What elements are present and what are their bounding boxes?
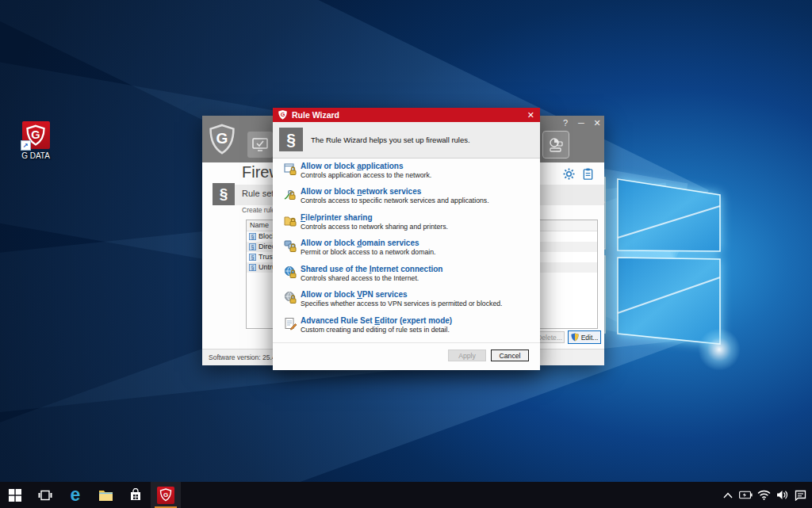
app-window-lock-icon <box>284 162 297 179</box>
wifi-icon[interactable] <box>757 488 771 502</box>
start-button[interactable] <box>0 482 30 508</box>
globe-lock-icon <box>284 265 297 282</box>
system-tray <box>721 482 812 508</box>
wizard-option-domain-services[interactable]: Allow or block domain services Permit or… <box>273 239 540 262</box>
task-view-button[interactable] <box>30 482 60 508</box>
dialog-title: Rule Wizard <box>292 110 339 120</box>
screen: G ↗ G DATA G <box>0 0 812 508</box>
gdata-logo-icon: G <box>209 123 236 156</box>
option-link[interactable]: Allow or block applications <box>301 162 403 170</box>
rule-set-icon: § <box>249 254 256 261</box>
rule-wizard-dialog: G Rule Wizard ✕ § The Rule Wizard helps … <box>273 108 540 370</box>
uac-shield-icon <box>571 333 579 342</box>
wizard-intro: § The Rule Wizard helps you set up firew… <box>273 122 540 159</box>
gdata-taskbar-button[interactable]: G <box>151 482 181 508</box>
file-explorer-taskbar-button[interactable] <box>90 482 121 508</box>
svg-text:§: § <box>251 254 255 261</box>
svg-text:G: G <box>281 111 285 118</box>
dialog-footer: Apply Cancel <box>273 342 540 370</box>
option-link[interactable]: File/printer sharing <box>301 213 373 222</box>
apply-button[interactable]: Apply <box>448 349 486 361</box>
wizard-option-network-services[interactable]: Allow or block network services Controls… <box>273 187 540 211</box>
windows-start-icon <box>9 489 21 502</box>
svg-text:§: § <box>251 233 255 240</box>
minimize-button[interactable]: ─ <box>576 118 587 128</box>
gdata-shield-icon: G ↗ <box>22 121 50 149</box>
option-link[interactable]: Allow or block VPN services <box>301 290 408 299</box>
section-icon: § <box>213 183 235 205</box>
rule-set-icon: § <box>249 264 256 271</box>
wizard-option-internet-connection[interactable]: Shared use of the Internet connection Co… <box>273 265 540 288</box>
option-link[interactable]: Shared use of the Internet connection <box>301 265 442 273</box>
cancel-button[interactable]: Cancel <box>491 349 529 361</box>
file-explorer-icon <box>98 489 113 502</box>
battery-icon[interactable] <box>739 488 753 502</box>
edge-taskbar-button[interactable]: e <box>60 482 90 508</box>
logo-glow <box>698 328 741 371</box>
dialog-titlebar[interactable]: G Rule Wizard ✕ <box>273 108 540 122</box>
shortcut-label: G DATA <box>10 151 62 160</box>
edge-icon: e <box>71 486 81 504</box>
help-button[interactable]: ? <box>560 118 571 128</box>
svg-text:§: § <box>251 264 255 271</box>
clipboard-icon[interactable] <box>583 168 593 180</box>
backup-module-tile[interactable] <box>543 132 569 158</box>
wizard-option-vpn-services[interactable]: Allow or block VPN services Specifies wh… <box>273 290 540 314</box>
monitor-check-icon <box>251 137 269 153</box>
svg-text:G: G <box>163 491 168 498</box>
svg-text:G: G <box>31 128 40 141</box>
rule-set-icon: § <box>249 243 256 250</box>
gdata-shield-icon: G <box>157 487 174 504</box>
hidden-icons-chevron[interactable] <box>721 488 734 502</box>
option-link[interactable]: Allow or block network services <box>301 187 421 196</box>
domain-computers-lock-icon <box>284 239 297 256</box>
svg-text:§: § <box>251 243 255 250</box>
task-view-icon <box>38 489 52 502</box>
vpn-globe-lock-icon <box>284 291 297 307</box>
security-center-module-tile[interactable] <box>247 132 273 158</box>
close-button[interactable]: ✕ <box>592 118 603 128</box>
settings-gear-icon[interactable] <box>563 168 575 180</box>
option-link[interactable]: Allow or block domain services <box>301 239 419 247</box>
shortcut-arrow-icon: ↗ <box>21 140 31 151</box>
rule-editor-icon <box>284 317 297 334</box>
option-link[interactable]: Advanced Rule Set Editor (expert mode) <box>301 316 452 325</box>
network-plug-lock-icon <box>284 188 297 204</box>
store-taskbar-button[interactable] <box>121 482 151 508</box>
disk-lock-icon <box>547 137 565 153</box>
svg-text:G: G <box>216 130 228 147</box>
store-icon <box>129 488 142 502</box>
gdata-desktop-shortcut[interactable]: G ↗ G DATA <box>10 121 62 160</box>
taskbar: e G <box>0 482 812 508</box>
close-icon[interactable]: ✕ <box>527 110 534 120</box>
wizard-option-applications[interactable]: Allow or block applications Controls app… <box>273 162 540 185</box>
wizard-intro-text: The Rule Wizard helps you set up firewal… <box>311 122 470 158</box>
edit-button[interactable]: Edit... <box>568 330 601 344</box>
section-icon: § <box>279 128 303 151</box>
rule-set-icon: § <box>249 233 256 240</box>
gdata-shield-icon: G <box>278 109 288 120</box>
wizard-option-file-printer-sharing[interactable]: File/printer sharing Controls access to … <box>273 213 540 237</box>
wizard-option-advanced-editor[interactable]: Advanced Rule Set Editor (expert mode) C… <box>273 316 540 340</box>
volume-icon[interactable] <box>776 488 789 502</box>
folder-lock-icon <box>284 214 297 231</box>
action-center-icon[interactable] <box>794 488 807 502</box>
